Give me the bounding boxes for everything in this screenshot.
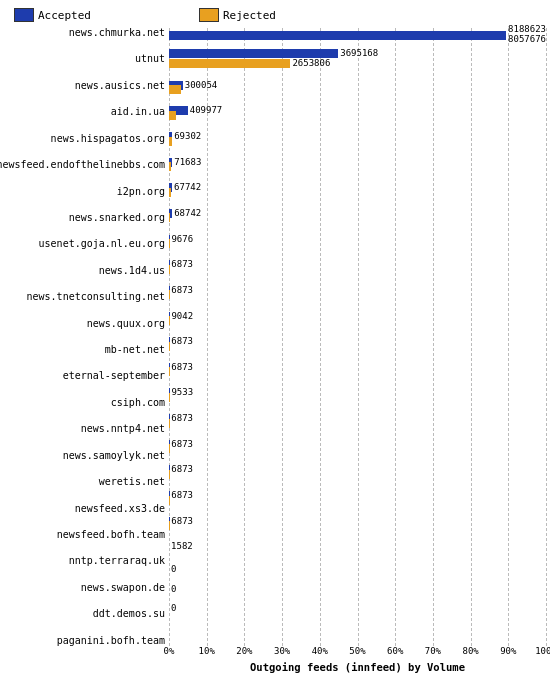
- bar-row: 6873: [169, 280, 546, 300]
- x-axis-title: Outgoing feeds (innfeed) by Volume: [169, 661, 546, 673]
- bar-value-label: 6873: [171, 337, 193, 346]
- bar-row: 6873: [169, 255, 546, 275]
- rejected-color-box: [199, 8, 219, 22]
- rejected-bar: [169, 162, 171, 171]
- x-tick-label: 100%: [535, 646, 550, 656]
- y-label: news.chmurka.net: [4, 28, 169, 38]
- bar-value-label: 6873: [171, 260, 193, 269]
- bar-row: 0: [169, 582, 546, 596]
- y-label: usenet.goja.nl.eu.org: [4, 239, 169, 249]
- x-tick-label: 40%: [312, 646, 328, 656]
- y-label: news.swapon.de: [4, 583, 169, 593]
- bar-row: 69302: [169, 127, 546, 147]
- bar-value-label: 6873: [171, 517, 193, 526]
- chart-container: Accepted Rejected news.chmurka.netutnutn…: [0, 0, 550, 680]
- y-labels: news.chmurka.netutnutnews.ausics.netaid.…: [4, 28, 169, 676]
- bar-value-label: 6873: [171, 491, 193, 500]
- y-label: utnut: [4, 54, 169, 64]
- y-label: news.tnetconsulting.net: [4, 292, 169, 302]
- legend-rejected-label: Rejected: [223, 9, 276, 22]
- y-label: weretis.net: [4, 477, 169, 487]
- y-label: newsfeed.xs3.de: [4, 504, 169, 514]
- y-label: csiph.com: [4, 398, 169, 408]
- x-tick-label: 70%: [425, 646, 441, 656]
- y-label: news.quux.org: [4, 319, 169, 329]
- legend-rejected: Rejected: [199, 8, 276, 22]
- bar-value-label: 69302: [174, 132, 201, 141]
- bar-value-label: 71683: [174, 158, 201, 167]
- chart-area: news.chmurka.netutnutnews.ausics.netaid.…: [4, 28, 546, 676]
- bar-value-label: 9533: [171, 388, 193, 397]
- y-label: news.nntp4.net: [4, 424, 169, 434]
- x-tick-label: 80%: [462, 646, 478, 656]
- y-label: nntp.terraraq.uk: [4, 556, 169, 566]
- rejected-bar: [169, 137, 172, 146]
- bar-row: 6873: [169, 357, 546, 377]
- bar-value-label: 6873: [171, 440, 193, 449]
- x-tick-label: 60%: [387, 646, 403, 656]
- bar-row: 0: [169, 602, 546, 616]
- y-label: i2pn.org: [4, 187, 169, 197]
- bar-value-label: 9042: [171, 312, 193, 321]
- x-tick-label: 90%: [500, 646, 516, 656]
- bar-value-label: 0: [171, 585, 176, 594]
- bar-row: 9533: [169, 383, 546, 403]
- y-label: news.snarked.org: [4, 213, 169, 223]
- x-tick-label: 50%: [349, 646, 365, 656]
- y-label: paganini.bofh.team: [4, 636, 169, 646]
- rejected-bar: [169, 213, 170, 222]
- bar-row: 9676: [169, 229, 546, 249]
- bar-value-label: 300054: [185, 81, 218, 90]
- bar-value-label: 409977: [190, 106, 223, 115]
- rejected-value: 2653806: [292, 59, 330, 68]
- bar-value-label: 67742: [174, 183, 201, 192]
- grid-line: [546, 28, 547, 646]
- bar-row: 409977: [169, 101, 546, 121]
- bar-row: 68742: [169, 203, 546, 223]
- y-label: newsfeed.bofh.team: [4, 530, 169, 540]
- bar-row: 1582: [169, 537, 546, 557]
- y-label: aid.in.ua: [4, 107, 169, 117]
- bar-row: 67742: [169, 178, 546, 198]
- accepted-color-box: [14, 8, 34, 22]
- bar-row: 71683: [169, 152, 546, 172]
- y-label: ddt.demos.su: [4, 609, 169, 619]
- bar-value-label: 81886238057676: [508, 25, 546, 45]
- bar-row: 300054: [169, 75, 546, 95]
- bar-row: 81886238057676: [169, 28, 546, 42]
- x-axis-labels: 0%10%20%30%40%50%60%70%80%90%100% Outgoi…: [169, 646, 546, 676]
- x-tick-label: 10%: [199, 646, 215, 656]
- bar-row: 6873: [169, 434, 546, 454]
- bar-value-label: 6873: [171, 363, 193, 372]
- bar-value-label: 0: [171, 604, 176, 613]
- y-label: news.ausics.net: [4, 81, 169, 91]
- x-tick-label: 20%: [236, 646, 252, 656]
- bars-area: 8188623805767636951682653806300054409977…: [169, 28, 546, 676]
- bar-row: 6873: [169, 511, 546, 531]
- bar-row: 6873: [169, 332, 546, 352]
- bar-value-label: 0: [171, 565, 176, 574]
- legend-accepted: Accepted: [14, 8, 91, 22]
- bar-row: 36951682653806: [169, 48, 546, 70]
- bar-value-label: 1582: [171, 542, 193, 551]
- x-tick-label: 0%: [164, 646, 175, 656]
- bar-row: 0: [169, 562, 546, 576]
- legend-accepted-label: Accepted: [38, 9, 91, 22]
- bar-row: 9042: [169, 306, 546, 326]
- legend: Accepted Rejected: [14, 8, 546, 22]
- accepted-bar: [169, 31, 506, 40]
- accepted-value: 3695168: [340, 49, 378, 58]
- bar-row: 6873: [169, 460, 546, 480]
- y-label: mb-net.net: [4, 345, 169, 355]
- y-label: news.samoylyk.net: [4, 451, 169, 461]
- y-label: eternal-september: [4, 371, 169, 381]
- bar-value-label: 9676: [171, 235, 193, 244]
- bar-value-label: 6873: [171, 465, 193, 474]
- bar-value-label: 68742: [174, 209, 201, 218]
- bar-value-label: 6873: [171, 286, 193, 295]
- bar-row: 6873: [169, 409, 546, 429]
- rejected-bar: [169, 188, 171, 197]
- y-label: news.hispagatos.org: [4, 134, 169, 144]
- x-tick-label: 30%: [274, 646, 290, 656]
- y-label: newsfeed.endofthelinebbs.com: [4, 160, 169, 170]
